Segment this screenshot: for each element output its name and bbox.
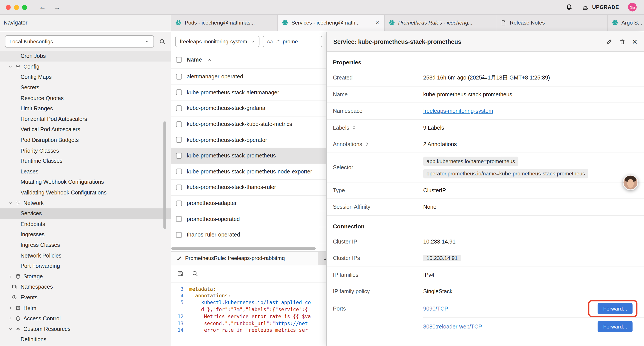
chevron-down-icon	[8, 201, 13, 205]
sidebar-item-network-policies[interactable]: Network Policies	[0, 250, 171, 261]
row-checkbox[interactable]	[176, 105, 182, 111]
editor-tab-1[interactable]	[318, 252, 326, 265]
sort-ascending-icon[interactable]	[207, 57, 212, 62]
sidebar-item-vertical-pod-autoscalers[interactable]: Vertical Pod Autoscalers	[0, 124, 171, 135]
match-case-toggle[interactable]: Aa	[267, 38, 273, 44]
avatar[interactable]	[623, 175, 638, 190]
scrollbar-thumb[interactable]	[171, 247, 316, 249]
kubeconfig-selector[interactable]: Local Kubeconfigs	[5, 35, 154, 47]
sidebar-item-port-forwarding[interactable]: Port Forwarding	[0, 261, 171, 271]
row-checkbox[interactable]	[176, 90, 182, 95]
sidebar-item-access-control[interactable]: Access Control	[0, 313, 171, 324]
table-row-kube-prometheus-stack-thanos-ruler[interactable]: kube-prometheus-stack-thanos-ruler	[171, 180, 326, 195]
sidebar-item-namespaces[interactable]: Namespaces	[0, 282, 171, 292]
select-all-checkbox[interactable]	[176, 57, 182, 62]
sidebar-item-validating-webhook-configurations[interactable]: Validating Webhook Configurations	[0, 187, 171, 198]
sidebar-item-mutating-webhook-configurations[interactable]: Mutating Webhook Configurations	[0, 177, 171, 187]
editor-tab-0[interactable]: PrometheusRule: freeleaps-prod-rabbitmq	[171, 252, 318, 265]
code-line: 12 Metrics service error rate is {{ $va	[173, 313, 326, 320]
horizontal-scrollbar[interactable]	[171, 246, 326, 251]
notification-badge[interactable]: 15	[628, 3, 636, 11]
namespace-filter[interactable]: freeleaps-monitoring-system	[175, 36, 260, 47]
table-row-kube-prometheus-stack-operator[interactable]: kube-prometheus-stack-operator	[171, 132, 326, 148]
row-checkbox[interactable]	[176, 137, 182, 143]
search-box[interactable]: Aa .* prome	[262, 36, 322, 47]
table-row-prometheus-operated[interactable]: prometheus-operated	[171, 211, 326, 227]
bell-icon[interactable]	[566, 4, 572, 11]
sidebar-item-priority-classes[interactable]: Priority Classes	[0, 145, 171, 156]
table-row-kube-prometheus-stack-prometheus-node-exporter[interactable]: kube-prometheus-stack-prometheus-node-ex…	[171, 164, 326, 180]
sidebar-item-runtime-classes[interactable]: Runtime Classes	[0, 156, 171, 166]
maximize-window-button[interactable]	[22, 5, 27, 10]
forward-button[interactable]: Forward...	[598, 321, 632, 332]
save-icon[interactable]	[177, 270, 184, 277]
sidebar-item-config[interactable]: Config	[0, 61, 171, 72]
row-checkbox[interactable]	[176, 185, 182, 190]
edit-button[interactable]	[606, 38, 612, 45]
tab-release-notes[interactable]: Release Notes	[496, 15, 608, 31]
upgrade-button[interactable]: UPGRADE	[582, 3, 619, 11]
table-row-kube-prometheus-stack-prometheus[interactable]: kube-prometheus-stack-prometheus	[171, 148, 326, 164]
close-window-button[interactable]	[6, 5, 10, 10]
sidebar-item-resource-quotas[interactable]: Resource Quotas	[0, 93, 171, 103]
row-checkbox[interactable]	[176, 121, 182, 127]
port-link[interactable]: 9090/TCP	[423, 306, 448, 312]
editor-search-icon[interactable]	[192, 270, 198, 277]
close-drawer-button[interactable]: ×	[632, 37, 638, 46]
delete-button[interactable]	[619, 38, 626, 45]
sidebar-item-services[interactable]: Services	[0, 208, 171, 219]
search-input[interactable]: prome	[283, 38, 298, 44]
yaml-editor[interactable]: 3metadata:4 annotations:5 kubectl.kubern…	[171, 282, 326, 346]
line-number: 14	[173, 327, 189, 334]
detail-link[interactable]: freeleaps-monitoring-system	[423, 108, 493, 114]
detail-row-type: TypeClusterIP	[327, 182, 644, 199]
sidebar-item-ingress-classes[interactable]: Ingress Classes	[0, 240, 171, 250]
tab-argo-s[interactable]: Argo S...	[608, 15, 644, 31]
tab-close-icon[interactable]: ×	[374, 19, 380, 26]
row-checkbox[interactable]	[176, 169, 182, 174]
sidebar-item-secrets[interactable]: Secrets	[0, 82, 171, 93]
minimize-window-button[interactable]	[14, 5, 19, 10]
sidebar-scrollbar[interactable]	[163, 121, 166, 229]
row-checkbox[interactable]	[176, 74, 182, 79]
sidebar-item-storage[interactable]: Storage	[0, 271, 171, 282]
sidebar-item-leases[interactable]: Leases	[0, 166, 171, 177]
detail-label-text: Labels	[333, 125, 350, 131]
row-checkbox[interactable]	[176, 200, 182, 206]
table-row-kube-prometheus-stack-grafana[interactable]: kube-prometheus-stack-grafana	[171, 100, 326, 116]
row-checkbox[interactable]	[176, 153, 182, 159]
sidebar-item-horizontal-pod-autoscalers[interactable]: Horizontal Pod Autoscalers	[0, 114, 171, 124]
row-checkbox[interactable]	[176, 216, 182, 222]
sidebar-item-endpoints[interactable]: Endpoints	[0, 219, 171, 229]
sidebar-item-config-maps[interactable]: Config Maps	[0, 72, 171, 82]
sidebar-search-icon[interactable]	[159, 38, 166, 45]
updown-icon	[15, 200, 21, 206]
forward-button[interactable]: Forward...	[598, 303, 632, 314]
sidebar-item-custom-resources[interactable]: Custom Resources	[0, 324, 171, 334]
sidebar-item-ingresses[interactable]: Ingresses	[0, 229, 171, 240]
table-row-prometheus-adapter[interactable]: prometheus-adapter	[171, 196, 326, 211]
table-row-kube-prometheus-stack-alertmanager[interactable]: kube-prometheus-stack-alertmanager	[171, 85, 326, 100]
sidebar-item-limit-ranges[interactable]: Limit Ranges	[0, 103, 171, 114]
sidebar-item-helm[interactable]: Helm	[0, 303, 171, 313]
port-link[interactable]: 8080:reloader-web/TCP	[423, 324, 482, 330]
table-row-alertmanager-operated[interactable]: alertmanager-operated	[171, 69, 326, 85]
forward-button[interactable]: →	[53, 3, 60, 11]
sidebar-item-pod-disruption-budgets[interactable]: Pod Disruption Budgets	[0, 135, 171, 145]
sidebar-item-label: Horizontal Pod Autoscalers	[20, 116, 87, 122]
table-row-thanos-ruler-operated[interactable]: thanos-ruler-operated	[171, 227, 326, 243]
detail-label-text: Selector	[333, 164, 353, 170]
sidebar-item-definitions[interactable]: Definitions	[0, 334, 171, 345]
tab-pods-icecheng-mathmas[interactable]: Pods - icecheng@mathmas...	[171, 15, 278, 31]
table-row-kube-prometheus-stack-kube-state-metrics[interactable]: kube-prometheus-stack-kube-state-metrics	[171, 116, 326, 132]
sidebar-item-network[interactable]: Network	[0, 198, 171, 208]
tab-services-icecheng-math[interactable]: Services - icecheng@math...×	[278, 15, 385, 31]
sidebar-item-cron-jobs[interactable]: Cron Jobs	[0, 51, 171, 61]
sidebar-item-events[interactable]: Events	[0, 292, 171, 303]
name-column-header[interactable]: Name	[187, 56, 202, 63]
regex-toggle[interactable]: .*	[276, 38, 280, 44]
back-button[interactable]: ←	[39, 3, 46, 11]
row-checkbox[interactable]	[176, 232, 182, 238]
section-heading-properties: Properties	[327, 52, 644, 70]
tab-prometheus-rules-icecheng[interactable]: Prometheus Rules - icecheng...	[385, 15, 496, 31]
